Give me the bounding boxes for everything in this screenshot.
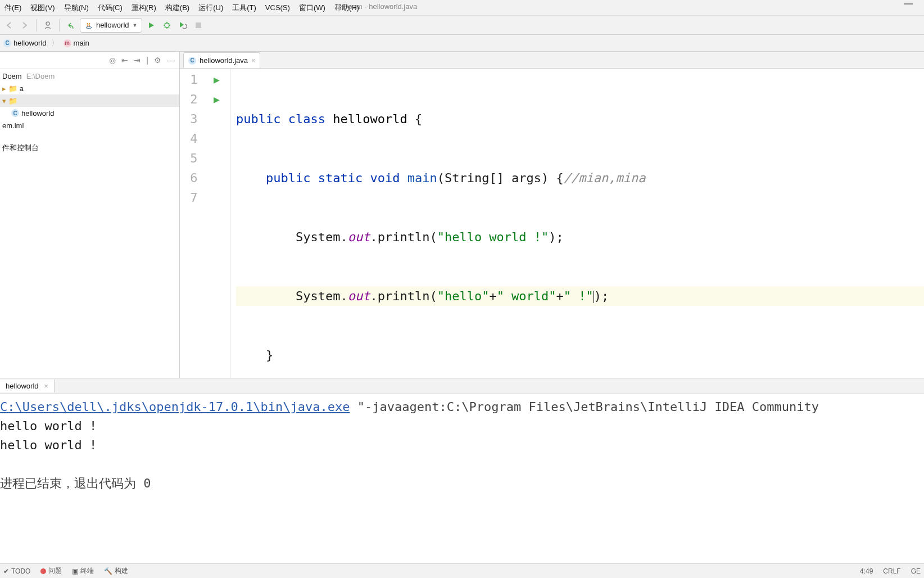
back-button[interactable] xyxy=(2,19,16,32)
tree-node-label: em.iml xyxy=(2,121,24,130)
run-config-label: helloworld xyxy=(96,21,129,29)
line-numbers: 1234567 xyxy=(180,69,203,378)
breadcrumb-method[interactable]: m main xyxy=(60,38,93,48)
folder-icon: ▾ 📁 xyxy=(2,97,17,105)
terminal-tool-button[interactable]: ▣终端 xyxy=(72,566,94,576)
tree-root-path: E:\Doem xyxy=(26,72,55,80)
breadcrumb-class[interactable]: C helloworld xyxy=(0,38,50,48)
problems-label: 问题 xyxy=(48,566,62,576)
editor-tab[interactable]: C helloworld.java × xyxy=(183,52,260,68)
menu-run[interactable]: 运行(U) xyxy=(194,1,228,15)
dropdown-icon: ▼ xyxy=(133,22,138,28)
editor-gutter: 1234567 ▶ ▶ xyxy=(180,69,230,378)
run-console-panel: helloworld × C:\Users\dell\.jdks\openjdk… xyxy=(0,378,924,563)
menu-code[interactable]: 代码(C) xyxy=(93,1,127,15)
expand-icon[interactable]: ⇥ xyxy=(134,56,141,65)
console-args: "-javaagent:C:\Program Files\JetBrains\I… xyxy=(350,400,819,414)
run-config-selector[interactable]: helloworld ▼ xyxy=(80,18,142,33)
svg-rect-3 xyxy=(196,22,201,28)
code-editor[interactable]: 1234567 ▶ ▶ public class helloworld { pu… xyxy=(180,69,924,378)
forward-button[interactable] xyxy=(18,19,31,32)
build-tool-button[interactable]: 🔨构建 xyxy=(104,566,128,576)
encoding[interactable]: GE xyxy=(911,567,921,575)
run-button[interactable] xyxy=(144,19,158,32)
tree-node-label: a xyxy=(20,84,24,93)
error-icon xyxy=(40,568,46,574)
menu-navigate[interactable]: 导航(N) xyxy=(60,1,93,15)
hammer-icon: 🔨 xyxy=(104,567,112,575)
console-line: hello world ! xyxy=(0,419,97,433)
window-title: Doem - helloworld.java xyxy=(343,2,417,11)
editor-tabs: C helloworld.java × xyxy=(180,52,924,69)
user-icon[interactable] xyxy=(41,19,55,32)
project-tree[interactable]: Doem E:\Doem ▸ 📁 a ▾ 📁 C helloworld em.i… xyxy=(0,69,179,155)
console-exe-path[interactable]: C:\Users\dell\.jdks\openjdk-17.0.1\bin\j… xyxy=(0,400,350,414)
build-label: 构建 xyxy=(115,566,128,576)
line-ending[interactable]: CRLF xyxy=(883,567,900,575)
method-icon: m xyxy=(64,39,71,47)
console-exit-message: 进程已结束，退出代码为 0 xyxy=(0,476,151,490)
code-area[interactable]: public class helloworld { public static … xyxy=(230,69,924,378)
class-icon: C xyxy=(11,109,19,117)
cursor-position: 4:49 xyxy=(860,567,873,575)
collapse-icon[interactable]: ⇤ xyxy=(121,56,128,65)
problems-tool-button[interactable]: 问题 xyxy=(40,566,62,576)
tree-root-label: Doem xyxy=(2,72,22,80)
svg-point-0 xyxy=(46,22,49,25)
project-sidebar: ◎ ⇤ ⇥ | ⚙ — Doem E:\Doem ▸ 📁 a ▾ 📁 C hel… xyxy=(0,52,180,378)
menu-refactor[interactable]: 重构(R) xyxy=(127,1,161,15)
console-output[interactable]: C:\Users\dell\.jdks\openjdk-17.0.1\bin\j… xyxy=(0,394,924,563)
run-gutter-icon[interactable]: ▶ xyxy=(214,70,220,89)
svg-point-1 xyxy=(86,26,92,28)
sidebar-toolbar: ◎ ⇤ ⇥ | ⚙ — xyxy=(0,52,179,69)
console-tabs: helloworld × xyxy=(0,378,924,394)
tree-root[interactable]: Doem E:\Doem xyxy=(0,70,179,82)
class-icon: C xyxy=(188,57,196,65)
chevron-right-icon: 〉 xyxy=(51,38,59,48)
target-icon[interactable]: ◎ xyxy=(109,56,116,65)
close-tab-icon[interactable]: × xyxy=(251,57,255,65)
settings-icon[interactable]: ⚙ xyxy=(154,56,161,65)
close-console-tab-icon[interactable]: × xyxy=(44,382,48,390)
menu-tools[interactable]: 工具(T) xyxy=(228,1,261,15)
menu-view[interactable]: 视图(V) xyxy=(26,1,59,15)
console-line: hello world ! xyxy=(0,438,97,452)
stop-button[interactable] xyxy=(192,19,205,32)
tree-node[interactable]: 件和控制台 xyxy=(0,142,179,154)
debug-button[interactable] xyxy=(160,19,174,32)
tree-node[interactable]: em.iml xyxy=(0,119,179,132)
breadcrumb-method-label: main xyxy=(74,39,89,47)
todo-tool-button[interactable]: ✔TODO xyxy=(3,567,30,575)
menu-build[interactable]: 构建(B) xyxy=(161,1,194,15)
class-icon: C xyxy=(3,39,11,47)
minimize-panel-icon[interactable]: — xyxy=(167,56,175,65)
divider-icon: | xyxy=(146,56,148,65)
breadcrumb: C helloworld 〉 m main xyxy=(0,35,924,52)
tree-node[interactable]: C helloworld xyxy=(0,107,179,119)
tree-node-label: helloworld xyxy=(21,109,55,118)
menu-file[interactable]: 件(E) xyxy=(0,1,26,15)
toolbar: helloworld ▼ xyxy=(0,16,924,35)
editor-tab-label: helloworld.java xyxy=(200,56,248,65)
main-area: ◎ ⇤ ⇥ | ⚙ — Doem E:\Doem ▸ 📁 a ▾ 📁 C hel… xyxy=(0,52,924,378)
undo-icon[interactable] xyxy=(64,19,78,32)
bottom-tool-bar: ✔TODO 问题 ▣终端 🔨构建 4:49 CRLF GE xyxy=(0,563,924,578)
gutter-icons: ▶ ▶ xyxy=(203,69,230,378)
editor-pane: C helloworld.java × 1234567 ▶ ▶ public c… xyxy=(180,52,924,378)
tree-node-label: 件和控制台 xyxy=(2,143,39,153)
tree-node[interactable]: ▸ 📁 a xyxy=(0,82,179,94)
console-tab[interactable]: helloworld × xyxy=(0,380,55,392)
menu-bar: 件(E) 视图(V) 导航(N) 代码(C) 重构(R) 构建(B) 运行(U)… xyxy=(0,0,924,16)
tree-node-selected[interactable]: ▾ 📁 xyxy=(0,94,179,107)
folder-icon: ▸ 📁 xyxy=(2,84,17,93)
breadcrumb-class-label: helloworld xyxy=(13,39,47,47)
svg-point-2 xyxy=(165,23,169,28)
java-icon xyxy=(85,21,93,29)
run-with-coverage-button[interactable] xyxy=(176,19,189,32)
menu-window[interactable]: 窗口(W) xyxy=(295,1,330,15)
run-gutter-icon[interactable]: ▶ xyxy=(214,89,220,109)
console-tab-label: helloworld xyxy=(6,382,39,390)
menu-vcs[interactable]: VCS(S) xyxy=(261,1,295,14)
todo-label: TODO xyxy=(11,567,30,575)
minimize-icon[interactable] xyxy=(904,3,913,4)
